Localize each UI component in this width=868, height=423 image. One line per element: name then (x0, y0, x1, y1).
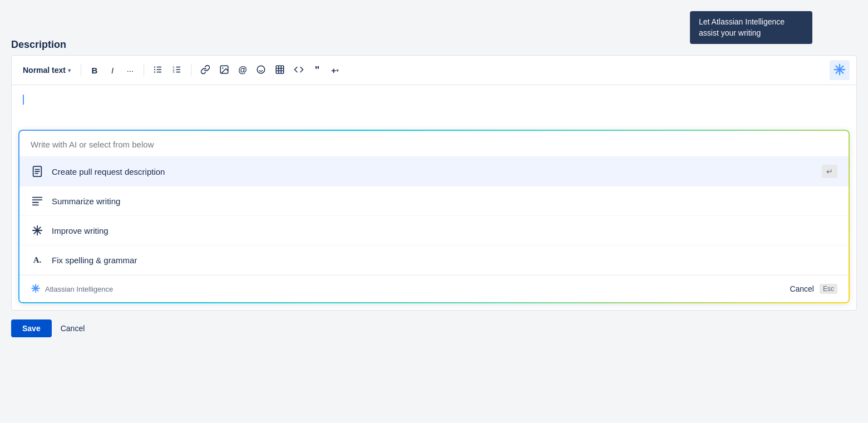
quote-icon: " (315, 65, 320, 76)
mention-button[interactable]: @ (235, 62, 250, 78)
ai-popup: Create pull request description ↵ Summar… (18, 130, 850, 303)
ai-menu-item-label-3: Improve writing (52, 226, 837, 235)
text-cursor (23, 95, 24, 105)
esc-badge: Esc (820, 284, 837, 294)
ai-menu-item-summarize[interactable]: Summarize writing (19, 186, 849, 216)
image-icon (219, 65, 229, 76)
cancel-esc-group: Cancel Esc (786, 282, 837, 296)
ai-branding-label: Atlassian Intelligence (45, 285, 113, 293)
ai-menu-item-create-pull-request[interactable]: Create pull request description ↵ (19, 157, 849, 186)
spell-check-icon: A. (31, 253, 44, 267)
ai-cancel-button[interactable]: Cancel (786, 282, 817, 296)
svg-point-5 (154, 71, 155, 72)
ai-footer: Atlassian Intelligence Cancel Esc (19, 275, 849, 302)
more-formatting-button[interactable]: ··· (122, 62, 138, 78)
table-button[interactable] (272, 62, 288, 78)
ai-branding: Atlassian Intelligence (31, 283, 113, 295)
svg-text:3.: 3. (173, 71, 175, 73)
link-icon (200, 65, 210, 76)
page-container: Let Atlassian Intelligence assist your w… (11, 11, 857, 337)
cancel-bottom-button[interactable]: Cancel (58, 319, 87, 337)
enter-icon: ↵ (822, 165, 837, 178)
editor-content[interactable] (12, 85, 856, 130)
ai-menu-item-label-1: Create pull request description (52, 167, 814, 176)
document-icon (31, 165, 44, 178)
italic-icon: I (111, 66, 114, 75)
bold-button[interactable]: B (87, 62, 102, 78)
summarize-icon (31, 194, 44, 208)
svg-point-3 (154, 66, 155, 67)
italic-button[interactable]: I (105, 62, 120, 78)
numbered-list-button[interactable]: 1. 2. 3. (169, 62, 185, 78)
table-icon (275, 65, 285, 76)
ai-input-area (19, 131, 849, 156)
ai-menu-item-label-2: Summarize writing (52, 196, 837, 206)
toolbar: Normal text ▾ B I ··· (12, 56, 856, 85)
mention-icon: @ (238, 65, 247, 75)
ai-menu-item-improve[interactable]: Improve writing (19, 216, 849, 245)
toolbar-divider-2 (144, 64, 144, 76)
numbered-list-icon: 1. 2. 3. (172, 65, 182, 76)
code-button[interactable] (290, 62, 307, 78)
plus-more-button[interactable]: + ▾ (327, 62, 343, 78)
bold-icon: B (92, 66, 98, 75)
improve-writing-icon (31, 224, 44, 237)
toolbar-divider-3 (191, 64, 191, 76)
plus-chevron-icon: ▾ (336, 67, 339, 73)
emoji-icon (256, 65, 266, 76)
tooltip-text: Let Atlassian Intelligence assist your w… (699, 17, 785, 37)
save-button[interactable]: Save (11, 319, 52, 337)
svg-rect-17 (276, 66, 284, 73)
plus-more-icon: + (331, 66, 336, 75)
code-icon (294, 65, 304, 76)
svg-point-14 (257, 66, 265, 73)
emoji-button[interactable] (253, 62, 269, 78)
quote-button[interactable]: " (309, 62, 325, 78)
ai-sparkle-icon (834, 63, 846, 77)
text-format-label: Normal text (23, 66, 66, 75)
toolbar-divider-1 (81, 64, 81, 76)
ai-tooltip: Let Atlassian Intelligence assist your w… (690, 11, 812, 44)
link-button[interactable] (197, 62, 214, 78)
text-format-dropdown[interactable]: Normal text ▾ (18, 62, 75, 78)
image-button[interactable] (216, 62, 233, 78)
ai-menu-item-label-4: Fix spelling & grammar (52, 255, 837, 265)
bullet-list-icon (153, 65, 163, 76)
ai-menu-item-fix-spelling[interactable]: A. Fix spelling & grammar (19, 245, 849, 275)
svg-point-4 (154, 68, 155, 70)
chevron-down-icon: ▾ (68, 67, 71, 73)
svg-point-13 (222, 67, 223, 68)
bottom-actions: Save Cancel (11, 319, 857, 337)
ai-assist-button[interactable] (830, 60, 850, 80)
more-icon: ··· (127, 66, 134, 75)
atlassian-intelligence-icon (31, 283, 41, 295)
ai-menu: Create pull request description ↵ Summar… (19, 156, 849, 275)
bullet-list-button[interactable] (150, 62, 166, 78)
editor-wrapper: Normal text ▾ B I ··· (11, 55, 857, 311)
ai-input[interactable] (31, 140, 837, 149)
